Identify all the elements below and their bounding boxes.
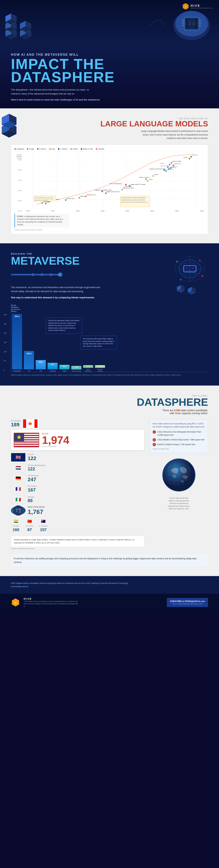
logo-ai21: AI21labs xyxy=(96,148,104,150)
hive-desc-footer: HIVE Digital exports renewably sourced c… xyxy=(24,600,78,608)
svg-text:Source 2.0: Source 2.0 xyxy=(167,168,173,170)
hyperscale-item-3: 3 Switch's Citadel Campus 7.2M square fe… xyxy=(153,443,205,446)
metaverse-callout-1: Virtual and augmented reality could requ… xyxy=(46,317,82,334)
svg-point-135 xyxy=(176,473,177,474)
svg-text:AlphaGo Zero ●: AlphaGo Zero ● xyxy=(87,194,96,195)
svg-text:Minerva (540B): Minerva (540B) xyxy=(172,161,181,162)
svg-text:GNMT: GNMT xyxy=(47,202,51,203)
metaverse-callout-2: The metaverse will expand data usage by … xyxy=(80,336,117,349)
svg-point-94 xyxy=(165,170,167,172)
svg-point-56 xyxy=(105,192,107,194)
svg-text:Jurassic-1 Jumbo ●: Jurassic-1 Jumbo ● xyxy=(139,177,150,178)
metaverse-title: METAVERSE xyxy=(11,255,128,267)
x-axis-2018: 2018 xyxy=(76,210,80,212)
svg-text:H: H xyxy=(185,6,186,8)
footer-subscribe-box[interactable]: SUBSCRIBE at HIVEDigitalTech.com TSX:V: … xyxy=(167,598,208,607)
y-axis-label: BitrateMegabitsper second(Mbps) xyxy=(11,304,208,312)
globe-svg xyxy=(161,457,197,493)
svg-point-58 xyxy=(121,189,123,190)
hero-cta: Here's how it could evolve to meet the t… xyxy=(11,98,117,101)
x-axis-2021: 2021 xyxy=(150,210,154,212)
svg-point-2 xyxy=(9,34,9,35)
datasphere-subtitle: There are 5,065 data centers worldwide,w… xyxy=(11,409,208,415)
x-axis-2020: 2020 xyxy=(126,210,129,212)
svg-point-124 xyxy=(19,511,21,513)
logo-inspr: inspr. xyxy=(49,148,55,150)
svg-point-77 xyxy=(153,175,154,177)
svg-text:FLOPs during the three periods: FLOPs during the three periods measured … xyxy=(121,200,145,201)
footer-logo-group: H HIVE HIVE Digital exports renewably so… xyxy=(11,597,78,608)
llm-description: Large Language Models have pushed AI per… xyxy=(139,129,208,140)
metaverse-section: BUILDING THE METAVERSE The metaverse, an… xyxy=(0,243,219,385)
x-axis-2019: 2019 xyxy=(101,210,104,212)
edge-spending-note: Global spending on edge data centers—sma… xyxy=(11,536,144,547)
datasphere-title: DATASPHERE xyxy=(11,397,208,407)
logo-openai: ⬡ OpenAI xyxy=(58,148,67,150)
svg-point-72 xyxy=(145,178,147,180)
svg-point-54 xyxy=(101,190,103,192)
hyperscale-item-2: 2 China Mobile's Hohhot Data Center 7.8M… xyxy=(153,438,205,441)
x-axis-2016: 2016 xyxy=(26,210,30,212)
hero-section: H HIVE DIGITAL TECHNOLOGIES LTD. xyxy=(0,0,219,108)
rest-of-world: Rest of the World 1,767 xyxy=(11,506,144,516)
country-india: 🇮🇳 #8 India 160 xyxy=(11,518,21,532)
svg-point-134 xyxy=(185,469,186,470)
hive-bee-icon: H xyxy=(11,598,20,607)
country-us: ⭐ #1 U.S. 1,974 DATA CENTERS xyxy=(11,430,144,450)
svg-point-50 xyxy=(65,199,67,201)
hive-logo-tagline: DIGITAL TECHNOLOGIES LTD. xyxy=(191,7,214,9)
bar-ar: 50.0 AR xyxy=(36,314,46,372)
svg-point-118 xyxy=(50,273,53,276)
flops-note: FLOPs, or floating point operations per … xyxy=(15,214,69,227)
bar-chart-source: High-throughput values are represented a… xyxy=(11,374,208,376)
svg-text:OpenAl Five: OpenAl Five xyxy=(125,186,132,187)
hive-logo: H HIVE DIGITAL TECHNOLOGIES LTD. xyxy=(182,3,214,10)
ticker-text: TSX:V: HIVE NASDAQ: HIVE FSE: YOF7 xyxy=(170,603,205,605)
hyperscale-intro: Some data centers are responding by goin… xyxy=(153,422,205,429)
hive-name-footer: HIVE xyxy=(24,597,78,600)
svg-text:H: H xyxy=(15,601,17,604)
svg-text:Megatron-BERT © Google: Megatron-BERT © Google xyxy=(131,184,145,185)
metaverse-subtitle: One way to understand this demand is by … xyxy=(11,296,128,299)
svg-point-84 xyxy=(169,164,171,165)
company-logos-row: DeepMind Google ©️ Meta AI inspr. ⬡ Open… xyxy=(15,148,204,152)
datasphere-header: THE GLOBAL DATASPHERE There are 5,065 da… xyxy=(11,395,208,415)
hero-title: IMPACT THEDATASPHERE xyxy=(11,58,117,84)
svg-text:One study found that machine l: One study found that machine learning ap… xyxy=(121,197,146,198)
hive-logo-name: HIVE xyxy=(191,4,214,7)
llm-chart-container: DeepMind Google ©️ Meta AI inspr. ⬡ Open… xyxy=(11,145,208,234)
svg-point-133 xyxy=(182,469,183,471)
globe-visualization xyxy=(150,457,208,493)
svg-point-98 xyxy=(189,158,190,159)
chart-source: Source: Epoch (as of March 15, 2023) xyxy=(15,229,204,231)
svg-text:GPT-4 ●: GPT-4 ● xyxy=(193,154,198,156)
datasphere-source-note: Source: Data Center Map. Based on self-r… xyxy=(150,497,208,510)
left-server-art xyxy=(0,0,51,51)
svg-point-120 xyxy=(31,273,34,276)
logo-meta: ©️ Meta AI xyxy=(37,148,47,150)
svg-text:BlairAI 1.0: BlairAI 1.0 xyxy=(170,167,175,168)
logo-nvidia: NVIDIA xyxy=(71,148,78,150)
svg-point-136 xyxy=(186,476,188,477)
llm-title: LARGE LANGUAGE MODELS xyxy=(44,120,208,128)
svg-text:BigGen-deep SD-v512: BigGen-deep SD-v512 xyxy=(107,191,120,192)
svg-point-23 xyxy=(186,18,197,29)
svg-point-5 xyxy=(10,27,11,27)
svg-point-96 xyxy=(190,156,192,158)
svg-point-3 xyxy=(10,34,11,35)
country-netherlands: 🇳🇱 #4 The Netherlands 122 xyxy=(11,464,144,472)
svg-point-52 xyxy=(85,195,87,197)
svg-text:Gopher: Gopher xyxy=(154,174,159,175)
bar-vr: 100.0 VR xyxy=(24,314,34,372)
llm-header: THE RISE AND RISE OF LARGE LANGUAGE MODE… xyxy=(44,118,208,140)
footer-section: HIVE Digital exports renewably sourced c… xyxy=(0,576,219,594)
llm-section: THE RISE AND RISE OF LARGE LANGUAGE MODE… xyxy=(0,108,219,243)
svg-text:Megatron-Turing NLG 530B: Megatron-Turing NLG 530B xyxy=(150,168,165,170)
svg-text:nuGPT: nuGPT xyxy=(149,179,153,180)
svg-text:doubling every 9.9 months.: doubling every 9.9 months. xyxy=(34,200,48,201)
hyperscale-item-1: 1 China Telecom's Inner Mongolia Informa… xyxy=(153,430,205,437)
datasphere-section: THE GLOBAL DATASPHERE There are 5,065 da… xyxy=(0,385,219,576)
svg-point-4 xyxy=(9,27,9,27)
svg-point-117 xyxy=(58,273,62,277)
country-uk: 🇬🇧 #2 UK 122 xyxy=(11,453,144,462)
